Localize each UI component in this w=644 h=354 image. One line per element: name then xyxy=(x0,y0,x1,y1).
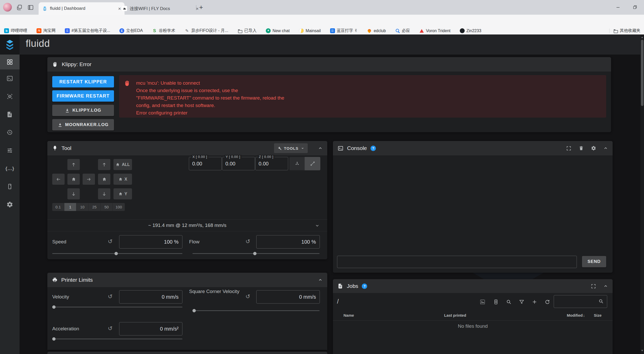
jog-x-minus-button[interactable] xyxy=(52,174,65,185)
column-last-printed[interactable]: Last printed xyxy=(444,313,466,317)
acceleration-reset-icon[interactable]: ↺ xyxy=(108,326,112,331)
position-z-field[interactable]: Z [ 0.00 ] 0.00 xyxy=(255,157,288,170)
sidebar-item-jobs[interactable] xyxy=(0,105,20,123)
bookmark-gufen[interactable]: 谷粉学术 xyxy=(152,28,175,33)
bookmark-mainsail[interactable]: Mainsail xyxy=(299,28,321,33)
fullscreen-icon[interactable] xyxy=(591,284,596,289)
column-name[interactable]: Name xyxy=(343,313,354,317)
collapse-panel-icon[interactable] xyxy=(318,146,323,151)
sidebar-item-configuration[interactable]: {…} xyxy=(0,160,20,178)
bookmark-lceda-contest[interactable]: #第五届立创电子设... xyxy=(65,28,110,33)
sidebar-item-history[interactable] xyxy=(0,123,20,141)
sidebar-item-console[interactable] xyxy=(0,69,20,87)
scv-slider[interactable] xyxy=(192,309,320,312)
bookmark-chatgpt[interactable]: New chat xyxy=(266,28,290,33)
flow-reset-icon[interactable]: ↺ xyxy=(245,239,250,244)
speed-reset-icon[interactable]: ↺ xyxy=(108,239,112,244)
jog-z-minus-button[interactable] xyxy=(98,188,110,199)
jog-step-10[interactable]: 10 xyxy=(76,203,89,211)
expand-extruder-icon[interactable] xyxy=(315,223,320,228)
row-density-icon[interactable] xyxy=(493,299,499,305)
fluidd-logo[interactable] xyxy=(0,34,20,55)
velocity-slider-thumb[interactable] xyxy=(52,305,56,309)
bookmark-taobao[interactable]: 淘宝网 xyxy=(37,28,56,33)
send-button[interactable]: SEND xyxy=(582,256,606,267)
home-xy-button[interactable] xyxy=(67,174,80,185)
absolute-positioning-toggle[interactable] xyxy=(289,157,305,170)
jog-step-0.1[interactable]: 0.1 xyxy=(52,203,64,211)
klippy-log-button[interactable]: KLIPPY.LOG xyxy=(52,105,114,116)
scrollbar-up-arrow[interactable] xyxy=(641,37,643,38)
filter-icon[interactable] xyxy=(519,299,525,305)
bookmark-fifo-article[interactable]: 异步FIFO设计 - 月... xyxy=(184,28,228,33)
sidebar-item-gcode-preview[interactable] xyxy=(0,87,20,105)
home-all-button[interactable]: ALL xyxy=(113,159,132,170)
jog-z-plus-button[interactable] xyxy=(98,159,110,170)
sidebar-item-settings[interactable] xyxy=(0,196,20,214)
scv-input[interactable]: 0 mm/s xyxy=(256,290,320,304)
tools-dropdown-button[interactable]: TOOLS xyxy=(274,143,308,153)
window-restore-icon[interactable] xyxy=(632,5,638,10)
sidebar-item-dashboard[interactable] xyxy=(0,55,20,69)
acceleration-slider-thumb[interactable] xyxy=(52,337,56,341)
firmware-restart-button[interactable]: FIRMWARE RESTART xyxy=(52,90,114,102)
refresh-icon[interactable] xyxy=(544,299,550,305)
moonraker-log-button[interactable]: MOONRAKER.LOG xyxy=(52,119,114,130)
workspaces-icon[interactable] xyxy=(16,4,23,11)
scv-reset-icon[interactable]: ↺ xyxy=(245,294,250,299)
velocity-reset-icon[interactable]: ↺ xyxy=(108,294,112,299)
speed-slider[interactable] xyxy=(52,252,182,255)
velocity-input[interactable]: 0 mm/s xyxy=(119,290,182,304)
add-icon[interactable] xyxy=(532,299,537,305)
relative-positioning-toggle[interactable] xyxy=(305,157,320,170)
sidebar-item-system[interactable] xyxy=(0,178,20,196)
jog-y-minus-button[interactable] xyxy=(67,188,80,199)
jog-y-plus-button[interactable] xyxy=(67,159,80,170)
scv-slider-thumb[interactable] xyxy=(192,309,196,312)
search-icon[interactable] xyxy=(506,299,512,305)
window-minimize-icon[interactable] xyxy=(615,5,621,10)
sidebar-item-tune[interactable] xyxy=(0,141,20,160)
acceleration-slider[interactable] xyxy=(52,337,182,341)
bookmark-landou[interactable]: 蓝豆打字 ✌ xyxy=(330,28,358,33)
jobs-help-badge[interactable]: ? xyxy=(362,284,367,289)
speed-input[interactable]: 100 % xyxy=(119,235,182,249)
column-size[interactable]: Size xyxy=(594,313,602,317)
collapse-panel-icon[interactable] xyxy=(603,146,608,151)
restart-klipper-button[interactable]: RESTART KLIPPER xyxy=(52,76,114,87)
tab-actions-icon[interactable] xyxy=(27,4,34,11)
speed-slider-thumb[interactable] xyxy=(114,252,118,255)
browser-tab-fluidd[interactable]: fluidd | Dashboard × xyxy=(39,2,125,15)
position-x-field[interactable]: X [ 0.00 ] 0.00 xyxy=(189,157,222,170)
new-tab-button[interactable]: + xyxy=(199,3,203,11)
jog-x-plus-button[interactable] xyxy=(83,174,95,185)
flow-input[interactable]: 100 % xyxy=(256,235,320,249)
jog-step-50[interactable]: 50 xyxy=(101,203,113,211)
console-help-badge[interactable]: ? xyxy=(370,146,376,151)
sort-desc-icon[interactable]: ↓ xyxy=(583,313,585,317)
acceleration-input[interactable]: 0 mm/s² xyxy=(119,322,182,335)
home-x-button[interactable]: X xyxy=(113,174,132,185)
collapse-panel-icon[interactable] xyxy=(318,278,323,282)
jog-step-1[interactable]: 1 xyxy=(64,203,76,211)
browser-profile-avatar[interactable] xyxy=(3,3,12,12)
flow-slider[interactable] xyxy=(192,252,320,255)
jobs-search-input[interactable] xyxy=(554,295,607,308)
trash-icon[interactable] xyxy=(579,146,584,151)
bookmark-bilibili[interactable]: 哔哩哔哩 xyxy=(4,28,27,33)
collapse-panel-icon[interactable] xyxy=(603,284,608,288)
other-favorites-folder[interactable]: 其他收藏夹 xyxy=(613,28,640,33)
bookmark-edclub[interactable]: edclub xyxy=(367,28,386,33)
position-y-field[interactable]: Y [ 0.00 ] 0.00 xyxy=(222,157,255,170)
bookmark-github[interactable]: Zin2233 xyxy=(460,28,481,33)
jog-step-25[interactable]: 25 xyxy=(89,203,101,211)
flow-slider-thumb[interactable] xyxy=(253,252,257,255)
extruder-summary-row[interactable]: ~ 191.4 mm @ 12 mm³/s, 168 mm/s xyxy=(47,219,327,231)
thumbnails-toggle-icon[interactable] xyxy=(480,299,486,305)
home-y-button[interactable]: Y xyxy=(113,188,132,199)
page-scrollbar[interactable] xyxy=(640,34,644,354)
jog-step-100[interactable]: 100 xyxy=(113,203,125,211)
scrollbar-thumb[interactable] xyxy=(641,40,643,106)
bookmark-lceda[interactable]: 立创EDA xyxy=(119,28,143,33)
console-input[interactable] xyxy=(337,256,577,268)
